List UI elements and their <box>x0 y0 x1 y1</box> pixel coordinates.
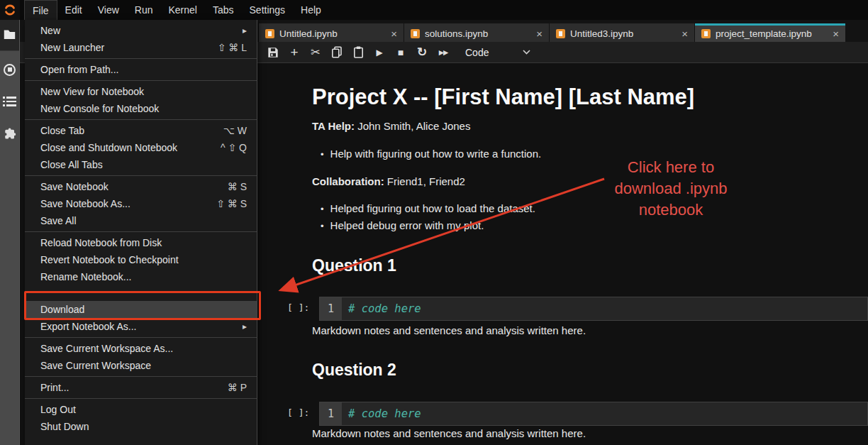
save-button[interactable] <box>262 43 284 62</box>
interrupt-kernel-button[interactable]: ■ <box>390 43 411 62</box>
file-browser-icon[interactable] <box>4 29 16 42</box>
collaboration-label: Collaboration: <box>312 175 384 187</box>
shortcut-label: ⌘ S <box>228 181 247 192</box>
menu-item-shut-down[interactable]: Shut Down <box>25 418 257 435</box>
tab-close-icon[interactable]: × <box>681 28 688 39</box>
menu-item-new-console-for-notebook[interactable]: New Console for Notebook <box>25 100 257 117</box>
code-line: # code here <box>342 402 421 425</box>
jupyterlab-window: File Edit View Run Kernel Tabs Settings … <box>0 0 868 445</box>
chevron-down-icon <box>523 50 530 55</box>
submenu-arrow-icon: ▸ <box>243 322 247 331</box>
menu-item-export-notebook-as[interactable]: Export Notebook As... ▸ <box>25 318 257 335</box>
bullet-icon: • <box>321 219 324 233</box>
restart-kernel-button[interactable]: ↻ <box>411 43 433 62</box>
markdown-note: Markdown notes and sentences and analysi… <box>312 324 586 336</box>
annotation-line: download .ipynb <box>557 178 784 199</box>
menu-divider <box>25 119 257 120</box>
tab-solutions-ipynb[interactable]: solutions.ipynb × <box>404 23 549 42</box>
tab-project-template-ipynb[interactable]: project_template.ipynb × <box>695 23 845 42</box>
bullet-icon: • <box>321 202 324 216</box>
menu-item-rename-notebook[interactable]: Rename Notebook... <box>25 268 257 285</box>
tab-untitled-ipynb[interactable]: Untitled.ipynb × <box>259 23 404 42</box>
menu-item-new-launcher[interactable]: New Launcher ⇧ ⌘ L <box>25 39 257 56</box>
menu-item-print[interactable]: Print... ⌘ P <box>25 379 257 396</box>
markdown-note: Markdown notes and sentences and analysi… <box>312 427 586 439</box>
question-1-heading: Question 1 <box>312 256 396 275</box>
tab-close-icon[interactable]: × <box>833 28 839 39</box>
file-menu-dropdown: New ▸ New Launcher ⇧ ⌘ L Open from Path.… <box>25 20 257 445</box>
menu-divider <box>25 175 257 176</box>
annotation-line: notebook <box>557 199 784 221</box>
menu-item-ghost-row <box>25 285 257 301</box>
tab-close-icon[interactable]: × <box>536 28 542 39</box>
shortcut-label: ⇧ ⌘ S <box>216 198 247 209</box>
copy-cells-button[interactable] <box>326 43 347 62</box>
menubar-item-tabs[interactable]: Tabs <box>205 0 242 20</box>
shortcut-label: ⌘ P <box>228 382 247 393</box>
shortcut-label: ^ ⇧ Q <box>221 142 247 153</box>
ta-help-label: TA Help: <box>312 120 355 132</box>
menubar-item-settings[interactable]: Settings <box>242 0 294 20</box>
menubar-item-view[interactable]: View <box>90 0 127 20</box>
tab-label: project_template.ipynb <box>716 28 828 39</box>
menu-divider <box>25 376 257 377</box>
menu-item-close-tab[interactable]: Close Tab ⌥ W <box>25 122 257 139</box>
table-of-contents-icon[interactable] <box>0 89 20 114</box>
menu-item-save-current-workspace-as[interactable]: Save Current Workspace As... <box>25 340 257 357</box>
restart-run-all-button[interactable]: ▶▶ <box>433 43 454 62</box>
menu-item-save-notebook-as[interactable]: Save Notebook As... ⇧ ⌘ S <box>25 195 257 212</box>
tab-close-icon[interactable]: × <box>391 28 397 39</box>
menu-divider <box>25 337 257 338</box>
menu-item-new-view-for-notebook[interactable]: New View for Notebook <box>25 83 257 100</box>
menu-item-close-all-tabs[interactable]: Close All Tabs <box>25 156 257 173</box>
ta-help-line: TA Help: John Smith, Alice Jones <box>312 120 470 132</box>
tab-label: Untitled3.ipynb <box>570 28 677 39</box>
cell-type-dropdown[interactable]: Code <box>465 47 530 58</box>
bullet-text: Helped figuring out how to load the data… <box>330 202 535 216</box>
notebook-file-icon <box>265 29 274 38</box>
cell-prompt: [ ]: <box>287 302 309 313</box>
menubar: File Edit View Run Kernel Tabs Settings … <box>0 0 868 20</box>
menu-item-log-out[interactable]: Log Out <box>25 401 257 418</box>
submenu-arrow-icon: ▸ <box>243 26 247 35</box>
cell-prompt: [ ]: <box>287 407 309 418</box>
cell-type-value: Code <box>465 47 489 58</box>
menu-divider <box>25 398 257 399</box>
menubar-item-edit[interactable]: Edit <box>57 0 90 20</box>
menu-item-download[interactable]: Download <box>25 301 257 318</box>
line-number: 1 <box>320 402 342 425</box>
menu-item-reload-notebook-from-disk[interactable]: Reload Notebook from Disk <box>25 234 257 251</box>
menubar-item-file[interactable]: File <box>24 0 57 20</box>
code-line: # code here <box>342 297 421 320</box>
menubar-item-kernel[interactable]: Kernel <box>160 0 204 20</box>
extension-manager-icon[interactable] <box>0 121 20 145</box>
run-cell-button[interactable]: ▶ <box>369 43 390 62</box>
menu-divider <box>25 231 257 232</box>
menu-item-revert-notebook-to-checkpoint[interactable]: Revert Notebook to Checkpoint <box>25 251 257 268</box>
menu-item-save-notebook[interactable]: Save Notebook ⌘ S <box>25 178 257 195</box>
tab-untitled3-ipynb[interactable]: Untitled3.ipynb × <box>550 23 694 42</box>
notebook-file-icon <box>701 29 711 38</box>
annotation-line: Click here to <box>557 157 784 178</box>
menu-divider <box>25 80 257 81</box>
code-cell[interactable]: 1 # code here <box>319 297 868 321</box>
jupyter-logo-icon <box>0 0 20 20</box>
code-cell[interactable]: 1 # code here <box>319 402 868 426</box>
tab-label: solutions.ipynb <box>425 28 531 39</box>
menu-item-save-all[interactable]: Save All <box>25 212 257 229</box>
notebook-file-icon <box>556 29 565 38</box>
menu-item-open-from-path[interactable]: Open from Path... <box>25 61 257 78</box>
paste-cells-button[interactable] <box>347 43 369 62</box>
menu-item-save-current-workspace[interactable]: Save Current Workspace <box>25 357 257 374</box>
cut-cells-button[interactable]: ✂ <box>305 43 326 62</box>
add-cell-button[interactable]: + <box>284 43 305 62</box>
running-kernels-icon[interactable] <box>0 57 20 82</box>
menubar-item-run[interactable]: Run <box>127 0 161 20</box>
menubar-item-help[interactable]: Help <box>293 0 329 20</box>
menu-item-new[interactable]: New ▸ <box>25 22 257 39</box>
shortcut-label: ⇧ ⌘ L <box>218 42 247 53</box>
collaboration-line: Collaboration: Friend1, Friend2 <box>312 175 465 187</box>
shortcut-label: ⌥ W <box>223 125 247 136</box>
ta-help-value: John Smith, Alice Jones <box>355 120 470 132</box>
menu-item-close-and-shutdown-notebook[interactable]: Close and Shutdown Notebook ^ ⇧ Q <box>25 139 257 156</box>
